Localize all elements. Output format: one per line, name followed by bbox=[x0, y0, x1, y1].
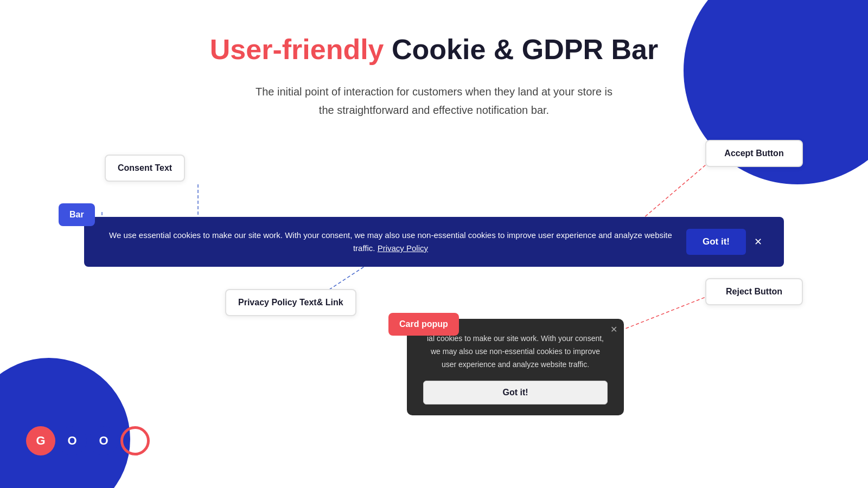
page-subtitle: The initial point of interaction for cus… bbox=[250, 82, 618, 119]
card-popup-close-button[interactable]: ✕ bbox=[610, 324, 617, 335]
hero-content: User-friendly Cookie & GDPR Bar The init… bbox=[0, 33, 868, 119]
logo-g: G bbox=[26, 426, 55, 455]
card-got-it-button[interactable]: Got it! bbox=[423, 381, 608, 404]
cookie-bar-text: We use essential cookies to make our sit… bbox=[106, 229, 675, 255]
title-friendly: User-friendly bbox=[210, 34, 384, 65]
consent-text-label: Consent Text bbox=[105, 155, 185, 182]
svg-line-4 bbox=[613, 296, 710, 333]
got-it-button[interactable]: Got it! bbox=[686, 229, 746, 255]
cookie-bar: We use essential cookies to make our sit… bbox=[84, 217, 784, 267]
card-popup-text: ial cookies to make our site work. With … bbox=[423, 332, 608, 371]
logo-o1: O bbox=[58, 426, 87, 455]
decorative-circle-bottom-left bbox=[0, 358, 130, 488]
title-rest: Cookie & GDPR Bar bbox=[384, 34, 659, 65]
page-title: User-friendly Cookie & GDPR Bar bbox=[0, 33, 868, 66]
logo-area: G O O bbox=[26, 426, 150, 455]
privacy-link-label: Privacy Policy Text& Link bbox=[225, 289, 356, 316]
bar-label: Bar bbox=[59, 203, 95, 226]
cookie-bar-close-button[interactable]: ✕ bbox=[754, 237, 762, 247]
logo-o2: O bbox=[89, 426, 118, 455]
privacy-policy-link[interactable]: Privacy Policy bbox=[378, 243, 428, 253]
reject-button-label: Reject Button bbox=[705, 278, 803, 305]
card-popup-label: Card popup bbox=[388, 313, 459, 336]
logo-o3 bbox=[120, 426, 150, 455]
logo: G O O bbox=[26, 426, 150, 455]
accept-button-label: Accept Button bbox=[705, 140, 803, 167]
